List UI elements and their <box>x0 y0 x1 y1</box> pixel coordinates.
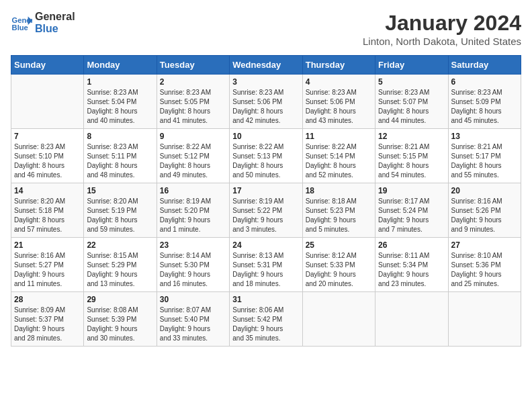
calendar-cell: 24Sunrise: 8:13 AMSunset: 5:31 PMDayligh… <box>230 238 302 292</box>
calendar-cell: 15Sunrise: 8:20 AMSunset: 5:19 PMDayligh… <box>84 183 157 238</box>
day-info: Sunrise: 8:21 AMSunset: 5:17 PMDaylight:… <box>451 142 518 180</box>
day-number: 14 <box>14 186 81 195</box>
calendar-cell: 30Sunrise: 8:07 AMSunset: 5:40 PMDayligh… <box>157 292 229 347</box>
calendar-cell: 4Sunrise: 8:23 AMSunset: 5:06 PMDaylight… <box>302 75 375 129</box>
logo: General Blue General Blue <box>11 11 75 34</box>
day-info: Sunrise: 8:15 AMSunset: 5:29 PMDaylight:… <box>87 251 153 289</box>
day-number: 3 <box>232 77 299 87</box>
day-number: 6 <box>451 77 518 87</box>
page-header: General Blue General Blue January 2024 L… <box>11 11 521 47</box>
calendar-cell: 16Sunrise: 8:19 AMSunset: 5:20 PMDayligh… <box>157 183 229 238</box>
day-number: 7 <box>14 132 81 141</box>
calendar-cell: 28Sunrise: 8:09 AMSunset: 5:37 PMDayligh… <box>11 292 84 347</box>
calendar-cell <box>375 292 448 347</box>
calendar-cell <box>448 292 521 347</box>
calendar-table: SundayMondayTuesdayWednesdayThursdayFrid… <box>11 55 521 347</box>
day-number: 31 <box>232 295 299 304</box>
day-number: 13 <box>451 132 518 141</box>
calendar-cell: 31Sunrise: 8:06 AMSunset: 5:42 PMDayligh… <box>230 292 302 347</box>
calendar-cell: 20Sunrise: 8:16 AMSunset: 5:26 PMDayligh… <box>448 183 521 238</box>
header-friday: Friday <box>375 56 448 75</box>
day-info: Sunrise: 8:22 AMSunset: 5:14 PMDaylight:… <box>306 142 372 180</box>
day-number: 11 <box>306 132 372 141</box>
day-info: Sunrise: 8:19 AMSunset: 5:20 PMDaylight:… <box>160 197 226 234</box>
calendar-cell: 29Sunrise: 8:08 AMSunset: 5:39 PMDayligh… <box>84 292 157 347</box>
day-number: 15 <box>87 186 153 195</box>
calendar-cell: 9Sunrise: 8:22 AMSunset: 5:12 PMDaylight… <box>157 129 229 183</box>
calendar-cell: 23Sunrise: 8:14 AMSunset: 5:30 PMDayligh… <box>157 238 229 292</box>
header-tuesday: Tuesday <box>157 56 229 75</box>
location-subtitle: Linton, North Dakota, United States <box>363 36 521 47</box>
day-info: Sunrise: 8:23 AMSunset: 5:07 PMDaylight:… <box>378 88 445 126</box>
calendar-cell: 14Sunrise: 8:20 AMSunset: 5:18 PMDayligh… <box>11 183 84 238</box>
day-info: Sunrise: 8:20 AMSunset: 5:19 PMDaylight:… <box>87 197 153 234</box>
day-number: 16 <box>160 186 226 195</box>
calendar-cell: 19Sunrise: 8:17 AMSunset: 5:24 PMDayligh… <box>375 183 448 238</box>
calendar-cell: 25Sunrise: 8:12 AMSunset: 5:33 PMDayligh… <box>302 238 375 292</box>
day-info: Sunrise: 8:22 AMSunset: 5:13 PMDaylight:… <box>232 142 299 180</box>
calendar-cell: 10Sunrise: 8:22 AMSunset: 5:13 PMDayligh… <box>230 129 302 183</box>
svg-text:Blue: Blue <box>12 24 28 32</box>
header-monday: Monday <box>84 56 157 75</box>
day-info: Sunrise: 8:22 AMSunset: 5:12 PMDaylight:… <box>160 142 226 180</box>
day-number: 30 <box>160 295 226 304</box>
header-wednesday: Wednesday <box>230 56 302 75</box>
day-info: Sunrise: 8:08 AMSunset: 5:39 PMDaylight:… <box>87 306 153 343</box>
day-number: 18 <box>306 186 372 195</box>
day-info: Sunrise: 8:19 AMSunset: 5:22 PMDaylight:… <box>232 197 299 234</box>
day-number: 20 <box>451 186 518 195</box>
calendar-cell: 11Sunrise: 8:22 AMSunset: 5:14 PMDayligh… <box>302 129 375 183</box>
calendar-cell: 1Sunrise: 8:23 AMSunset: 5:04 PMDaylight… <box>84 75 157 129</box>
calendar-cell: 8Sunrise: 8:23 AMSunset: 5:11 PMDaylight… <box>84 129 157 183</box>
day-info: Sunrise: 8:23 AMSunset: 5:06 PMDaylight:… <box>306 88 372 126</box>
title-area: January 2024 Linton, North Dakota, Unite… <box>363 11 521 47</box>
header-saturday: Saturday <box>448 56 521 75</box>
calendar-cell: 17Sunrise: 8:19 AMSunset: 5:22 PMDayligh… <box>230 183 302 238</box>
day-number: 27 <box>451 240 518 250</box>
day-info: Sunrise: 8:16 AMSunset: 5:27 PMDaylight:… <box>14 251 81 289</box>
day-number: 4 <box>306 77 372 87</box>
day-number: 12 <box>378 132 445 141</box>
calendar-week-1: 1Sunrise: 8:23 AMSunset: 5:04 PMDaylight… <box>11 75 521 129</box>
header-sunday: Sunday <box>11 56 84 75</box>
day-number: 8 <box>87 132 153 141</box>
day-number: 25 <box>306 240 372 250</box>
day-number: 28 <box>14 295 81 304</box>
day-info: Sunrise: 8:23 AMSunset: 5:05 PMDaylight:… <box>160 88 226 126</box>
calendar-week-3: 14Sunrise: 8:20 AMSunset: 5:18 PMDayligh… <box>11 183 521 238</box>
calendar-cell: 21Sunrise: 8:16 AMSunset: 5:27 PMDayligh… <box>11 238 84 292</box>
day-info: Sunrise: 8:23 AMSunset: 5:09 PMDaylight:… <box>451 88 518 126</box>
day-info: Sunrise: 8:23 AMSunset: 5:11 PMDaylight:… <box>87 142 153 180</box>
day-info: Sunrise: 8:16 AMSunset: 5:26 PMDaylight:… <box>451 197 518 234</box>
day-number: 19 <box>378 186 445 195</box>
day-number: 21 <box>14 240 81 250</box>
day-info: Sunrise: 8:17 AMSunset: 5:24 PMDaylight:… <box>378 197 445 234</box>
calendar-cell <box>302 292 375 347</box>
day-info: Sunrise: 8:12 AMSunset: 5:33 PMDaylight:… <box>306 251 372 289</box>
calendar-cell: 7Sunrise: 8:23 AMSunset: 5:10 PMDaylight… <box>11 129 84 183</box>
day-number: 2 <box>160 77 226 87</box>
day-info: Sunrise: 8:09 AMSunset: 5:37 PMDaylight:… <box>14 306 81 343</box>
day-info: Sunrise: 8:13 AMSunset: 5:31 PMDaylight:… <box>232 251 299 289</box>
days-header-row: SundayMondayTuesdayWednesdayThursdayFrid… <box>11 56 521 75</box>
day-info: Sunrise: 8:07 AMSunset: 5:40 PMDaylight:… <box>160 306 226 343</box>
calendar-week-5: 28Sunrise: 8:09 AMSunset: 5:37 PMDayligh… <box>11 292 521 347</box>
calendar-cell: 5Sunrise: 8:23 AMSunset: 5:07 PMDaylight… <box>375 75 448 129</box>
day-number: 24 <box>232 240 299 250</box>
calendar-cell: 2Sunrise: 8:23 AMSunset: 5:05 PMDaylight… <box>157 75 229 129</box>
logo-blue: Blue <box>35 23 75 35</box>
day-info: Sunrise: 8:20 AMSunset: 5:18 PMDaylight:… <box>14 197 81 234</box>
day-number: 26 <box>378 240 445 250</box>
day-number: 10 <box>232 132 299 141</box>
calendar-cell: 3Sunrise: 8:23 AMSunset: 5:06 PMDaylight… <box>230 75 302 129</box>
calendar-cell: 13Sunrise: 8:21 AMSunset: 5:17 PMDayligh… <box>448 129 521 183</box>
calendar-week-4: 21Sunrise: 8:16 AMSunset: 5:27 PMDayligh… <box>11 238 521 292</box>
day-info: Sunrise: 8:11 AMSunset: 5:34 PMDaylight:… <box>378 251 445 289</box>
day-number: 29 <box>87 295 153 304</box>
calendar-cell: 22Sunrise: 8:15 AMSunset: 5:29 PMDayligh… <box>84 238 157 292</box>
day-number: 5 <box>378 77 445 87</box>
month-year-title: January 2024 <box>363 11 521 36</box>
calendar-cell: 27Sunrise: 8:10 AMSunset: 5:36 PMDayligh… <box>448 238 521 292</box>
logo-general: General <box>35 11 75 23</box>
calendar-week-2: 7Sunrise: 8:23 AMSunset: 5:10 PMDaylight… <box>11 129 521 183</box>
